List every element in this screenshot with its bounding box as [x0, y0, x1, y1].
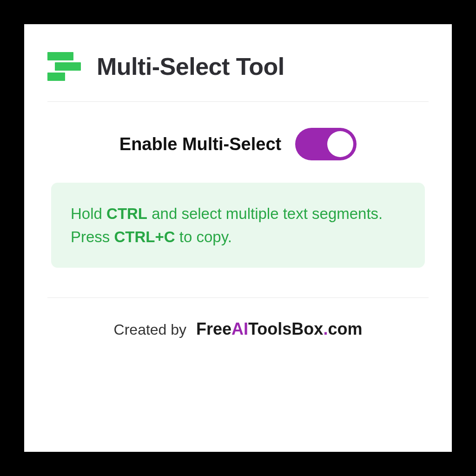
credit-prefix: Created by: [114, 321, 187, 338]
enable-toggle-row: Enable Multi-Select: [47, 102, 429, 183]
footer: Created by FreeAIToolsBox.com: [47, 298, 429, 339]
logo-icon: [47, 52, 81, 81]
header: Multi-Select Tool: [47, 52, 429, 102]
instructions-text: to copy.: [175, 228, 232, 245]
brand-tld: com: [328, 319, 362, 338]
ctrl-c-key-label: CTRL+C: [114, 228, 175, 245]
brand-part: Free: [196, 319, 231, 338]
brand-dot: .: [323, 319, 328, 338]
instructions-text: Hold: [71, 205, 106, 222]
brand-accent: AI: [231, 319, 248, 338]
brand-link[interactable]: FreeAIToolsBox.com: [196, 319, 362, 338]
enable-toggle[interactable]: [295, 128, 357, 160]
ctrl-key-label: CTRL: [106, 205, 147, 222]
enable-toggle-label: Enable Multi-Select: [119, 134, 281, 154]
instructions-box: Hold CTRL and select multiple text segme…: [51, 183, 425, 268]
popup-panel: Multi-Select Tool Enable Multi-Select Ho…: [24, 24, 452, 452]
toggle-knob: [327, 131, 353, 157]
page-title: Multi-Select Tool: [97, 53, 284, 80]
brand-part: ToolsBox: [248, 319, 323, 338]
